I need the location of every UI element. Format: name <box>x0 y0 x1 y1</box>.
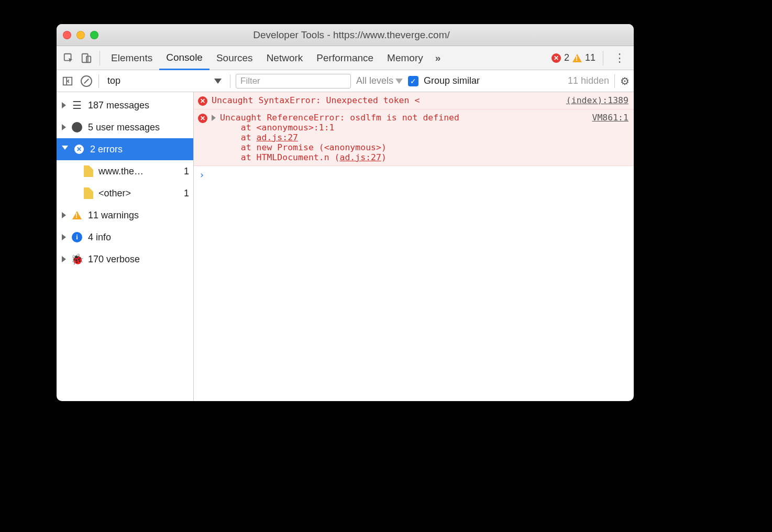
svg-rect-1 <box>82 53 88 62</box>
disclosure-icon <box>62 234 66 240</box>
device-toolbar-icon[interactable] <box>78 49 95 67</box>
minimize-window-button[interactable] <box>76 31 85 39</box>
disclosure-icon <box>62 212 66 218</box>
message-text: Uncaught ReferenceError: osdlfm is not d… <box>220 113 588 162</box>
devtools-window: Developer Tools - https://www.theverge.c… <box>57 24 634 401</box>
tab-elements[interactable]: Elements <box>104 46 159 70</box>
disclosure-icon <box>62 256 66 262</box>
sidebar-label: 11 warnings <box>88 210 139 221</box>
separator <box>230 74 230 88</box>
chevron-down-icon <box>214 79 222 84</box>
group-similar-label: Group similar <box>424 75 480 86</box>
zoom-window-button[interactable] <box>90 31 98 39</box>
context-label: top <box>107 75 120 86</box>
info-icon: i <box>71 232 83 242</box>
toggle-sidebar-icon[interactable] <box>61 74 74 88</box>
clear-console-icon[interactable] <box>80 74 93 88</box>
gear-icon[interactable]: ⚙ <box>620 75 630 87</box>
file-icon <box>84 165 93 177</box>
sidebar-item-user-messages[interactable]: 5 user messages <box>57 116 193 138</box>
sidebar-label: www.the… <box>98 166 144 177</box>
filter-input[interactable] <box>236 74 351 88</box>
console-filter-bar: top All levels ✓ Group similar 11 hidden… <box>57 70 634 92</box>
message-source-link[interactable]: (index):1389 <box>566 95 628 105</box>
disclosure-icon <box>62 124 66 130</box>
sidebar-label: 2 errors <box>90 144 123 155</box>
status-badges: ✕ 2 11 ⋮ <box>552 51 631 65</box>
sidebar-error-source[interactable]: www.the… 1 <box>57 160 193 182</box>
sidebar-item-verbose[interactable]: 🐞 170 verbose <box>57 248 193 270</box>
console-output: ✕ Uncaught SyntaxError: Unexpected token… <box>194 92 634 401</box>
sidebar-label: 5 user messages <box>88 122 160 133</box>
log-levels-selector[interactable]: All levels <box>356 75 403 86</box>
sidebar-item-messages[interactable]: ☰ 187 messages <box>57 94 193 116</box>
separator <box>603 51 603 65</box>
warning-icon <box>71 211 83 219</box>
disclosure-icon <box>62 146 68 153</box>
error-icon: ✕ <box>198 96 207 106</box>
message-source-link[interactable]: VM861:1 <box>592 113 628 123</box>
hidden-count: 11 hidden <box>568 75 609 86</box>
count: 1 <box>184 188 189 199</box>
sidebar-item-warnings[interactable]: 11 warnings <box>57 204 193 226</box>
titlebar: Developer Tools - https://www.theverge.c… <box>57 24 634 46</box>
bug-icon: 🐞 <box>71 253 83 265</box>
stack-link[interactable]: ad.js:27 <box>339 152 381 162</box>
kebab-menu-icon[interactable]: ⋮ <box>611 51 628 65</box>
tab-memory[interactable]: Memory <box>380 46 430 70</box>
sidebar-label: 4 info <box>88 232 111 243</box>
sidebar-error-source[interactable]: <other> 1 <box>57 182 193 204</box>
window-controls <box>63 31 98 39</box>
separator <box>98 74 99 88</box>
chevron-down-icon <box>395 79 403 84</box>
tabs-overflow-button[interactable]: » <box>430 46 446 70</box>
console-error-message[interactable]: ✕ Uncaught ReferenceError: osdlfm is not… <box>194 109 634 166</box>
sidebar-item-info[interactable]: i 4 info <box>57 226 193 248</box>
message-text: Uncaught SyntaxError: Unexpected token < <box>212 95 562 105</box>
error-icon: ✕ <box>198 114 207 123</box>
tab-sources[interactable]: Sources <box>209 46 260 70</box>
window-title: Developer Tools - https://www.theverge.c… <box>107 29 596 41</box>
stack-link[interactable]: ad.js:27 <box>257 132 298 142</box>
error-icon: ✕ <box>73 145 85 154</box>
tab-performance[interactable]: Performance <box>310 46 380 70</box>
warning-icon[interactable] <box>572 54 582 62</box>
count: 1 <box>184 166 189 177</box>
context-selector[interactable]: top <box>104 74 225 87</box>
console-prompt[interactable]: › <box>194 166 634 183</box>
tab-network[interactable]: Network <box>260 46 310 70</box>
inspect-element-icon[interactable] <box>60 49 78 67</box>
devtools-tabstrip: Elements Console Sources Network Perform… <box>57 46 634 70</box>
user-icon <box>71 122 83 132</box>
sidebar-item-errors[interactable]: ✕ 2 errors <box>57 138 193 160</box>
console-main: ☰ 187 messages 5 user messages ✕ 2 error… <box>57 92 634 401</box>
file-icon <box>84 187 93 199</box>
console-sidebar: ☰ 187 messages 5 user messages ✕ 2 error… <box>57 92 194 401</box>
sidebar-label: 187 messages <box>88 100 149 111</box>
levels-label: All levels <box>356 75 393 86</box>
list-icon: ☰ <box>71 100 83 110</box>
console-error-message[interactable]: ✕ Uncaught SyntaxError: Unexpected token… <box>194 92 634 109</box>
expand-icon[interactable] <box>212 115 216 121</box>
sidebar-label: <other> <box>98 188 131 199</box>
error-icon[interactable]: ✕ <box>552 53 561 63</box>
separator <box>100 51 100 65</box>
svg-rect-2 <box>86 56 91 62</box>
tab-console[interactable]: Console <box>159 47 209 70</box>
sidebar-label: 170 verbose <box>88 254 140 265</box>
error-count: 2 <box>564 52 569 63</box>
group-similar-checkbox[interactable]: ✓ <box>408 76 418 86</box>
close-window-button[interactable] <box>63 31 71 39</box>
disclosure-icon <box>62 102 66 108</box>
warning-count: 11 <box>585 52 595 63</box>
separator <box>614 74 615 88</box>
